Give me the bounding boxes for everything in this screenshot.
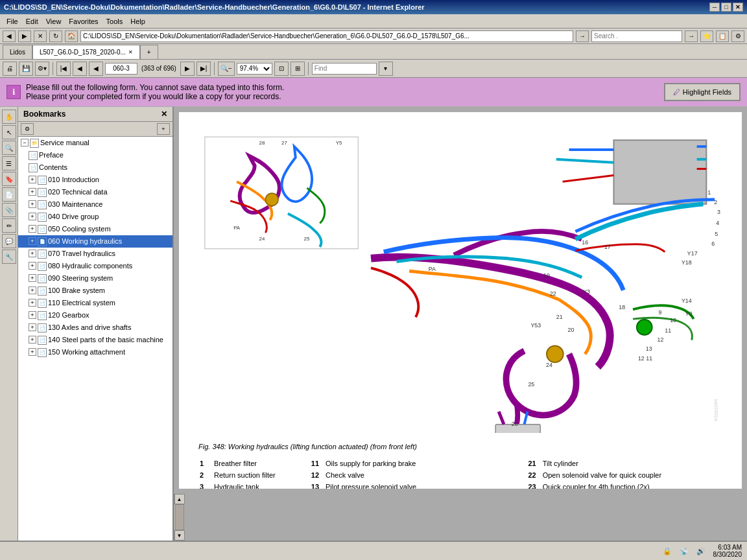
tree-item-080[interactable]: + 📄 080 Hydraulic components xyxy=(18,260,172,272)
expand-070-icon[interactable]: + xyxy=(29,250,36,257)
sidebar-tools-button[interactable]: 🔧 xyxy=(2,250,16,264)
expand-060-icon[interactable]: + xyxy=(29,237,36,245)
tree-item-030[interactable]: + 📄 030 Maintenance xyxy=(18,198,172,211)
bookmarks-settings-button[interactable]: ⚙ xyxy=(21,123,34,135)
tree-item-preface[interactable]: 📄 Preface xyxy=(18,149,172,161)
tree-item-050[interactable]: + 📄 050 Cooling system xyxy=(18,223,172,235)
svg-text:17: 17 xyxy=(604,244,611,250)
save-button[interactable]: 💾 xyxy=(19,62,33,76)
menu-tools[interactable]: Tools xyxy=(102,16,127,27)
sidebar-comment-button[interactable]: 💬 xyxy=(2,234,16,248)
zoom-select[interactable]: 97.4% 50% 75% 100% 125% 150% xyxy=(237,63,272,75)
expand-090-icon[interactable]: + xyxy=(29,274,36,282)
sidebar-hand-button[interactable]: ✋ xyxy=(2,110,16,124)
search-go-button[interactable]: → xyxy=(685,30,698,42)
tree-item-090[interactable]: + 📄 090 Steering system xyxy=(18,272,172,285)
home-button[interactable]: 🏠 xyxy=(65,30,78,42)
back-page-button[interactable]: ◀ xyxy=(89,62,103,76)
expand-140-icon[interactable]: + xyxy=(29,336,36,344)
menu-view[interactable]: View xyxy=(42,16,65,27)
svg-text:4: 4 xyxy=(716,220,719,226)
menu-file[interactable]: File xyxy=(3,16,22,27)
address-input[interactable] xyxy=(80,30,573,42)
expand-150-icon[interactable]: + xyxy=(29,348,36,356)
tree-080-label: 080 Hydraulic components xyxy=(48,261,170,270)
page-input[interactable] xyxy=(105,63,137,75)
settings-icon[interactable]: ⚙ xyxy=(731,30,744,42)
part-desc-23: Quick coupler for 4th function (2x) xyxy=(543,482,721,489)
forward-button[interactable]: ▶ xyxy=(18,30,31,42)
expand-050-icon[interactable]: + xyxy=(29,225,36,233)
right-scrollbar[interactable]: ▲ ▼ xyxy=(174,494,184,541)
expand-020-icon[interactable]: + xyxy=(29,188,36,196)
tab-close-icon[interactable]: ✕ xyxy=(128,49,133,55)
refresh-button[interactable]: ↻ xyxy=(49,30,62,42)
expand-010-icon[interactable]: + xyxy=(29,176,36,183)
highlight-fields-button[interactable]: 🖊 Highlight Fields xyxy=(664,83,741,101)
expand-100-icon[interactable]: + xyxy=(29,286,36,294)
tree-item-contents[interactable]: 📄 Contents xyxy=(18,161,172,174)
scroll-thumb[interactable] xyxy=(175,504,184,530)
tree-item-110[interactable]: + 📄 110 Electrical system xyxy=(18,297,172,309)
clock-area: 6:03 AM 8/30/2020 xyxy=(713,544,742,558)
find-button[interactable]: ▾ xyxy=(379,62,393,76)
tree-item-060[interactable]: + 📄 060 Working hydraulics xyxy=(18,235,172,248)
sidebar-attach-button[interactable]: 📎 xyxy=(2,203,16,217)
favorites-icon[interactable]: ⭐ xyxy=(700,30,713,42)
print-button[interactable]: 🖨 xyxy=(3,62,17,76)
back-button[interactable]: ◀ xyxy=(3,30,16,42)
sidebar-zoom-button[interactable]: 🔍 xyxy=(2,141,16,155)
expand-030-icon[interactable]: + xyxy=(29,200,36,208)
doc-120-icon: 📄 xyxy=(38,311,47,320)
tab-document[interactable]: L507_G6.0-D_1578_2020-0... ✕ xyxy=(32,45,140,59)
tree-item-100[interactable]: + 📄 100 Brake system xyxy=(18,285,172,297)
tree-item-120[interactable]: + 📄 120 Gearbox xyxy=(18,309,172,321)
prev-page-button[interactable]: ◀ xyxy=(73,62,87,76)
history-icon[interactable]: 📋 xyxy=(716,30,729,42)
first-page-button[interactable]: |◀ xyxy=(56,62,71,76)
expand-root-icon[interactable]: − xyxy=(21,139,29,146)
stop-button[interactable]: ✕ xyxy=(34,30,47,42)
sidebar-bookmark-button[interactable]: 🔖 xyxy=(2,172,16,186)
maximize-button[interactable]: □ xyxy=(721,3,731,12)
expand-130-icon[interactable]: + xyxy=(29,323,36,331)
go-button[interactable]: → xyxy=(576,30,589,42)
tree-item-070[interactable]: + 📄 070 Travel hydraulics xyxy=(18,248,172,260)
sidebar-sign-button[interactable]: ✏ xyxy=(2,218,16,233)
bookmarks-close-icon[interactable]: ✕ xyxy=(161,110,167,119)
menu-favorites[interactable]: Favorites xyxy=(65,16,102,27)
search-input[interactable] xyxy=(591,30,682,42)
svg-text:sa02401a: sa02401a xyxy=(713,399,719,421)
scroll-up-button[interactable]: ▲ xyxy=(174,494,185,504)
tree-item-040[interactable]: + 📄 040 Drive group xyxy=(18,211,172,223)
expand-040-icon[interactable]: + xyxy=(29,213,36,220)
expand-120-icon[interactable]: + xyxy=(29,311,36,319)
next-page-button[interactable]: ▶ xyxy=(180,62,195,76)
tree-item-150[interactable]: + 📄 150 Working attachment xyxy=(18,346,172,358)
expand-080-icon[interactable]: + xyxy=(29,262,36,270)
tree-item-010[interactable]: + 📄 010 Introduction xyxy=(18,174,172,186)
tree-item-root[interactable]: − 📁 Service manual xyxy=(18,137,172,149)
bookmarks-expand-button[interactable]: + xyxy=(157,123,170,135)
expand-110-icon[interactable]: + xyxy=(29,299,36,307)
sidebar-select-button[interactable]: ↖ xyxy=(2,125,16,139)
settings-button[interactable]: ⚙▾ xyxy=(35,62,49,76)
tree-item-140[interactable]: + 📄 140 Steel parts of the basic machine xyxy=(18,334,172,346)
menu-edit[interactable]: Edit xyxy=(22,16,42,27)
find-input[interactable] xyxy=(312,63,377,75)
menu-help[interactable]: Help xyxy=(126,16,149,27)
sidebar-page-button[interactable]: 📄 xyxy=(2,187,16,202)
tab-lidos[interactable]: Lidos xyxy=(3,45,32,59)
scroll-down-button[interactable]: ▼ xyxy=(174,530,185,541)
svg-text:24: 24 xyxy=(259,236,265,242)
tab-new[interactable]: + xyxy=(140,45,158,59)
tree-item-020[interactable]: + 📄 020 Technical data xyxy=(18,186,172,198)
zoom-fit-page-button[interactable]: ⊞ xyxy=(290,62,305,76)
close-button[interactable]: ✕ xyxy=(733,3,743,12)
sidebar-layers-button[interactable]: ☰ xyxy=(2,156,16,170)
tree-item-130[interactable]: + 📄 130 Axles and drive shafts xyxy=(18,321,172,334)
zoom-out-button[interactable]: 🔍− xyxy=(218,62,235,76)
minimize-button[interactable]: ─ xyxy=(709,3,720,12)
last-page-button[interactable]: ▶| xyxy=(196,62,211,76)
zoom-fit-button[interactable]: ⊡ xyxy=(274,62,289,76)
